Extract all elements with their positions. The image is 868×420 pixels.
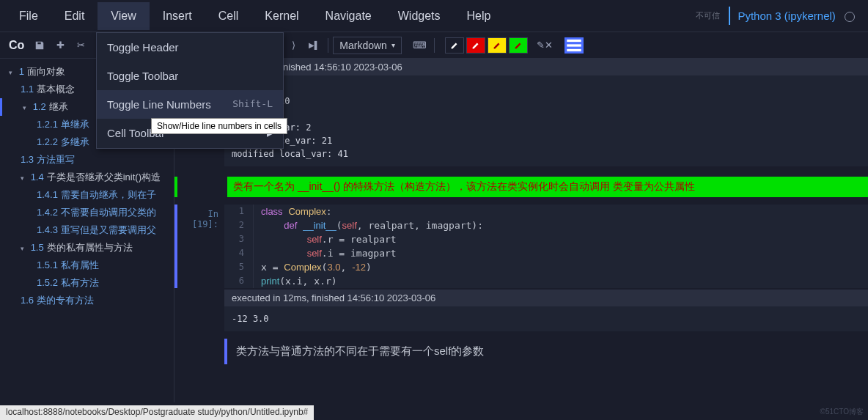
toc-item[interactable]: 1.4.3重写但是又需要调用父 xyxy=(0,221,174,239)
menu-view[interactable]: View xyxy=(98,2,149,30)
kernel-label: Python 3 (ipykernel) xyxy=(738,10,835,22)
menu-file[interactable]: File xyxy=(6,2,51,30)
input-prompt: In [19]: xyxy=(177,205,224,288)
cell-output: -12 3.0 xyxy=(224,306,868,331)
toolbar-separator xyxy=(328,38,328,53)
tooltip: Show/Hide line numbers in cells xyxy=(151,118,287,134)
highlighter-green[interactable] xyxy=(509,37,528,54)
edit-highlight-button[interactable]: ✎✕ xyxy=(535,37,554,54)
line-number: 4 xyxy=(224,246,254,260)
toc-item[interactable]: 1.3方法重写 xyxy=(0,151,174,169)
toc-item[interactable]: ▾ 1.5类的私有属性与方法 xyxy=(0,239,174,257)
run-button[interactable]: ▶▌ xyxy=(304,37,323,54)
dd-toggle-toolbar[interactable]: Toggle Toolbar xyxy=(97,62,283,90)
code-line: self.i = imagpart xyxy=(254,246,868,260)
add-cell-button[interactable]: ✚ xyxy=(51,37,70,54)
watermark: ©51CTO博客 xyxy=(820,407,864,417)
line-number: 5 xyxy=(224,260,254,274)
code-editor[interactable]: 1class Complex:2 def __init__(self, real… xyxy=(224,205,868,288)
highlighter-group xyxy=(445,37,528,54)
save-button[interactable] xyxy=(30,37,49,54)
command-palette-button[interactable] xyxy=(564,37,584,54)
dd-toggle-line-numbers[interactable]: Toggle Line Numbers Shift-L xyxy=(97,90,283,119)
cut-button[interactable]: ✂ xyxy=(71,37,90,54)
toolbar-separator xyxy=(434,38,435,53)
keyboard-button[interactable]: ⌨ xyxy=(411,37,430,54)
toc-item[interactable]: 1.5.1私有属性 xyxy=(0,257,174,274)
celltype-label: Markdown xyxy=(339,40,387,51)
toc-item[interactable]: ▾ 1.4子类是否继承父类init()构造 xyxy=(0,169,174,186)
toc-item[interactable]: 1.4.1需要自动继承，则在子 xyxy=(0,186,174,204)
code-line: print(x.i, x.r) xyxy=(254,274,868,288)
line-number: 6 xyxy=(224,274,254,288)
code-cell[interactable]: In [19]: 1class Complex:2 def __init__(s… xyxy=(174,205,868,288)
dd-toggle-header[interactable]: Toggle Header xyxy=(97,33,283,62)
code-line: def __init__(self, realpart, imagpart): xyxy=(254,218,868,232)
line-number: 3 xyxy=(224,232,254,246)
dd-label: Toggle Line Numbers xyxy=(107,98,211,111)
menu-cell[interactable]: Cell xyxy=(205,2,252,30)
line-number: 1 xyxy=(224,205,254,218)
trust-indicator[interactable]: 不可信 xyxy=(696,10,720,21)
markdown-cell[interactable]: 类有一个名为 __init__() 的特殊方法（构造方法），该方法在类实例化时会… xyxy=(174,177,868,197)
code-line: self.r = realpart xyxy=(254,232,868,246)
svg-rect-2 xyxy=(567,48,581,51)
toc-item[interactable]: 1.6类的专有方法 xyxy=(0,292,174,309)
toc-item[interactable]: 1.4.2不需要自动调用父类的 xyxy=(0,204,174,221)
svg-rect-1 xyxy=(567,44,581,46)
dd-shortcut: Shift-L xyxy=(232,98,273,111)
menubar: File Edit View Insert Cell Kernel Naviga… xyxy=(0,0,868,32)
menu-navigate[interactable]: Navigate xyxy=(312,2,385,30)
highlighter-yellow[interactable] xyxy=(488,37,507,54)
code-line: class Complex: xyxy=(254,205,868,218)
toc-item[interactable]: 1.5.2私有方法 xyxy=(0,274,174,292)
exec-info: executed in 12ms, finished 14:56:10 2023… xyxy=(224,290,868,306)
highlighted-text: 类有一个名为 __init__() 的特殊方法（构造方法），该方法在类实例化时会… xyxy=(227,177,868,197)
chevron-down-icon: ▾ xyxy=(391,41,395,49)
celltype-select[interactable]: Markdown ▾ xyxy=(333,37,402,54)
kernel-indicator-icon xyxy=(845,12,855,22)
highlighter-red[interactable] xyxy=(466,37,485,54)
cell-output: _var: 1 nce_var: 20 : 40 ed class_var: 2… xyxy=(224,75,868,166)
menu-kernel[interactable]: Kernel xyxy=(251,2,312,30)
nav-button[interactable]: ⟩ xyxy=(284,37,303,54)
line-number: 2 xyxy=(224,218,254,232)
markdown-cell[interactable]: 类方法与普通方法的不同在于需要有一个self的参数 xyxy=(224,339,868,364)
status-url: localhost:8888/notebooks/Desktop/Postgra… xyxy=(0,405,314,420)
menu-edit[interactable]: Edit xyxy=(51,2,98,30)
exec-info: d in 12ms, finished 14:56:10 2023-03-06 xyxy=(224,59,868,75)
svg-rect-0 xyxy=(567,39,581,41)
highlighter-none[interactable] xyxy=(445,37,464,54)
menu-help[interactable]: Help xyxy=(454,2,504,30)
menu-widgets[interactable]: Widgets xyxy=(385,2,454,30)
code-line: x = Complex(3.0, -12) xyxy=(254,260,868,274)
toc-title: Co xyxy=(4,39,29,52)
kernel-name[interactable]: Python 3 (ipykernel) xyxy=(729,7,862,25)
menu-insert[interactable]: Insert xyxy=(150,2,205,30)
